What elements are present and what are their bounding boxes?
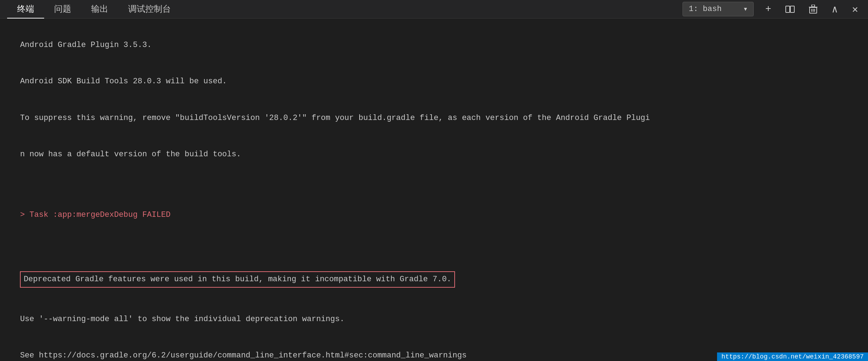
close-panel-button[interactable]: ✕ xyxy=(849,2,861,17)
terminal-line-4: n now has a default version of the build… xyxy=(20,150,241,159)
bash-selector[interactable]: 1: bash ▾ xyxy=(683,2,754,16)
status-bar: https://blog.csdn.net/weixin_42368597 xyxy=(717,352,868,361)
tab-bar-right: 1: bash ▾ + ∧ ✕ xyxy=(683,2,861,17)
terminal-line-1: Android Gradle Plugin 3.5.3. xyxy=(20,41,152,49)
chevron-down-icon: ▾ xyxy=(743,4,748,14)
split-terminal-button[interactable] xyxy=(783,4,798,14)
bash-selector-label: 1: bash xyxy=(689,5,721,14)
terminal-line-warning-mode: Use '--warning-mode all' to show the ind… xyxy=(20,315,344,324)
svg-rect-3 xyxy=(812,5,815,7)
delete-terminal-button[interactable] xyxy=(806,3,820,15)
collapse-panel-button[interactable]: ∧ xyxy=(829,2,841,17)
status-bar-url: https://blog.csdn.net/weixin_42368597 xyxy=(721,353,864,360)
terminal-highlighted-line: Deprecated Gradle features were used in … xyxy=(20,271,455,288)
terminal-output: Android Gradle Plugin 3.5.3. Android SDK… xyxy=(0,19,868,361)
terminal-line-2: Android SDK Build Tools 28.0.3 will be u… xyxy=(20,77,227,86)
terminal-line-see: See https://docs.gradle.org/6.2/userguid… xyxy=(20,351,466,360)
terminal-line-3: To suppress this warning, remove "buildT… xyxy=(20,114,650,122)
svg-rect-0 xyxy=(786,6,790,12)
tab-output[interactable]: 输出 xyxy=(81,0,118,19)
tab-terminal[interactable]: 终端 xyxy=(7,0,44,19)
tab-bar: 终端 问题 输出 调试控制台 1: bash ▾ + ∧ xyxy=(0,0,868,19)
tab-debug-console[interactable]: 调试控制台 xyxy=(118,0,181,19)
svg-rect-1 xyxy=(790,6,794,12)
tab-bar-left: 终端 问题 输出 调试控制台 xyxy=(7,0,181,19)
terminal-line-error-cmd: > Task :app:mergeDexDebug FAILED xyxy=(20,210,170,219)
add-terminal-button[interactable]: + xyxy=(762,2,774,16)
tab-problems[interactable]: 问题 xyxy=(44,0,81,19)
